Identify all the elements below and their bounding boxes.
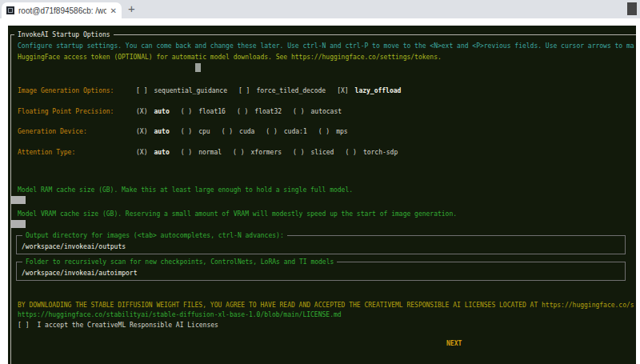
radio-mark: (X) [136,128,147,135]
accept-license-label: I accept the CreativeML Responsible AI L… [37,321,218,330]
checkbox-mark: [ ] [18,321,29,330]
browser-tab-bar: root@d71f894586cb: /works ✕ + [0,0,640,18]
floating-point-precision-label: Floating Point Precision: [18,107,136,117]
radio-mark: ( ) [181,108,192,115]
terminal-screen[interactable]: InvokeAI Startup Options Configure start… [8,26,636,364]
checkbox-force-tiled-decode[interactable]: [ ]force_tiled_decode [238,86,326,96]
image-generation-options-row: Image Generation Options: [ ]sequential_… [18,86,634,96]
checkbox-lazy-offload[interactable]: [X]lazy_offload [337,86,401,96]
attention-type-label: Attention Type: [18,148,136,158]
next-button[interactable]: NEXT [446,339,462,349]
vram-cache-description: Model VRAM cache size (GB). Reserving a … [18,210,634,219]
radio-mark: ( ) [222,128,233,135]
radio-precision-autocast[interactable]: ( )autocast [293,107,342,117]
option-label: autocast [311,108,342,115]
radio-mark: ( ) [233,149,244,156]
option-label: cuda [239,128,254,135]
option-label: normal [198,149,222,156]
terminal-favicon-icon [6,6,14,14]
window-artifact [627,2,637,15]
radio-device-cuda1[interactable]: ( )cuda:1 [266,127,306,137]
radio-attention-xformers[interactable]: ( )xformers [233,148,282,158]
radio-mark: ( ) [181,128,192,135]
radio-mark: ( ) [345,149,356,156]
option-label: xformers [251,149,282,156]
radio-device-mps[interactable]: ( )mps [318,127,348,137]
image-generation-options-label: Image Generation Options: [18,86,136,96]
attention-type-row: Attention Type: (X)auto ( )normal ( )xfo… [18,148,634,158]
autoimport-folder-label: Folder to recursively scan for new check… [22,258,337,266]
option-label: cuda:1 [284,128,307,135]
generation-device-row: Generation Device: (X)auto ( )cpu ( )cud… [18,127,634,137]
intro-text: Configure startup settings. You can come… [18,42,634,51]
option-label: sliced [311,149,334,156]
radio-mark: ( ) [293,149,304,156]
generation-device-label: Generation Device: [18,127,136,137]
license-text: BY DOWNLOADING THE STABLE DIFFUSION WEIG… [18,301,634,310]
accept-license-checkbox[interactable]: [ ] I accept the CreativeML Responsible … [18,321,634,330]
ram-cache-description: Model RAM cache size (GB). Make this at … [18,186,634,195]
radio-attention-sliced[interactable]: ( )sliced [293,148,334,158]
radio-mark: (X) [136,149,147,156]
radio-attention-torch-sdp[interactable]: ( )torch-sdp [345,148,398,158]
output-directory-label: Output directory for images (<tab> autoc… [22,231,287,240]
option-label: cpu [198,128,210,135]
output-directory-field[interactable]: Output directory for images (<tab> autoc… [16,235,626,254]
access-token-input[interactable] [195,63,201,72]
radio-mark: ( ) [293,108,304,115]
radio-mark: ( ) [266,128,277,135]
option-label: torch-sdp [363,149,398,156]
radio-attention-auto[interactable]: (X)auto [136,148,170,158]
radio-precision-auto[interactable]: (X)auto [136,107,170,117]
option-label: float32 [254,108,282,115]
huggingface-note: HuggingFace access token (OPTIONAL) for … [18,53,634,62]
option-label: force_tiled_decode [256,87,326,94]
license-link: https://huggingface.co/stabilityai/stabl… [18,310,634,320]
radio-attention-normal[interactable]: ( )normal [181,148,222,158]
checkbox-mark: [ ] [238,87,250,94]
radio-mark: ( ) [181,149,192,156]
checkbox-mark: [ ] [136,87,147,94]
radio-precision-float16[interactable]: ( )float16 [181,107,226,117]
radio-precision-float32[interactable]: ( )float32 [237,107,282,117]
option-label: mps [336,128,347,135]
radio-device-cuda[interactable]: ( )cuda [222,127,255,137]
floating-point-precision-row: Floating Point Precision: (X)auto ( )flo… [18,107,634,117]
new-tab-button[interactable]: + [128,2,135,15]
radio-device-cpu[interactable]: ( )cpu [181,127,210,137]
form-title: InvokeAI Startup Options [14,30,114,40]
option-label: auto [154,108,169,115]
radio-mark: ( ) [318,128,330,135]
option-label: auto [154,128,169,135]
option-label: sequential_guidance [154,87,227,94]
vram-cache-slider[interactable] [11,220,26,228]
option-label: float16 [198,108,226,115]
autoimport-folder-field[interactable]: Folder to recursively scan for new check… [16,262,626,281]
terminal-tab[interactable]: root@d71f894586cb: /works ✕ [2,2,122,18]
radio-mark: (X) [136,108,147,115]
access-token-row: Access Token (ctrl-shift-V pastes): [18,63,634,73]
form-border-top: InvokeAI Startup Options [10,34,636,35]
ram-cache-slider[interactable] [11,196,26,204]
option-label: auto [154,149,169,156]
radio-device-auto[interactable]: (X)auto [136,127,170,137]
radio-mark: ( ) [237,108,248,115]
checkbox-sequential-guidance[interactable]: [ ]sequential_guidance [136,86,227,96]
option-label: lazy_offload [355,87,402,94]
tab-title: root@d71f894586cb: /works [18,6,106,15]
tab-close-icon[interactable]: ✕ [110,6,117,15]
checkbox-mark: [X] [337,87,348,94]
